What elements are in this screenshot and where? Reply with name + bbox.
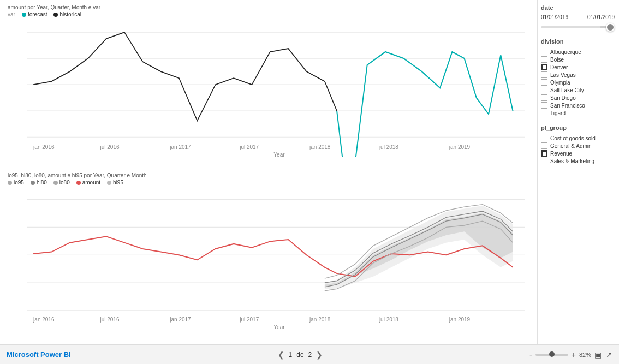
legend-lo95: lo95	[8, 180, 24, 186]
date-range: 01/01/2016 01/01/2019	[541, 14, 615, 20]
lo80-dot	[53, 181, 58, 185]
division-sanfrancisco[interactable]: San Francisco	[541, 102, 615, 109]
bottom-chart-svg: 3 Mi 2 Mi 1 Mi 0 Mi -1 Mi	[27, 187, 537, 329]
salesmarketing-checkbox[interactable]	[541, 158, 547, 164]
plgroup-list: Cost of goods sold General & Admin Reven…	[541, 134, 615, 165]
legend-hi95: hi95	[107, 180, 123, 186]
x-axis-title-bottom: Year	[273, 324, 285, 329]
division-tigard[interactable]: Tigard	[541, 109, 615, 117]
plgroup-cogs[interactable]: Cost of goods sold	[541, 134, 615, 142]
x-jan2017: jan 2017	[169, 144, 191, 150]
top-chart-title: amount por Year, Quarter, Month e var	[5, 4, 537, 10]
date-filter-title: date	[541, 4, 615, 11]
x-jan2018: jan 2018	[309, 144, 331, 150]
revenue-checkbox[interactable]	[541, 150, 547, 157]
hi95-dot	[107, 181, 111, 185]
legend-hi80: hi80	[31, 180, 47, 186]
top-chart-svg: 2,0 Mi 1,5 Mi 1,0 Mi 0,5 Mi jan 2016 jul…	[27, 19, 537, 157]
x-jul2016: jul 2016	[99, 144, 119, 150]
date-slider-track[interactable]	[541, 26, 615, 28]
x-jul2017-b: jul 2017	[239, 317, 259, 323]
legend-forecast: forecast	[22, 11, 47, 17]
division-saltlakecity[interactable]: Salt Lake City	[541, 86, 615, 94]
x-jan2017-b: jan 2017	[169, 317, 191, 323]
gna-checkbox[interactable]	[541, 142, 547, 149]
division-boise[interactable]: Boise	[541, 56, 615, 63]
division-olympia[interactable]: Olympia	[541, 79, 615, 86]
x-jan2016-b: jan 2016	[33, 317, 55, 323]
historical-line	[33, 32, 337, 121]
x-jul2018-b: jul 2018	[379, 317, 398, 323]
zoom-slider[interactable]	[535, 354, 568, 356]
legend-var: var	[8, 11, 15, 17]
sanfrancisco-checkbox[interactable]	[541, 102, 547, 109]
lo95-dot	[8, 181, 12, 185]
cogs-checkbox[interactable]	[541, 135, 547, 141]
legend-historical: historical	[53, 11, 81, 17]
boise-checkbox[interactable]	[541, 56, 547, 63]
top-chart-container: 2,0 Mi 1,5 Mi 1,0 Mi 0,5 Mi jan 2016 jul…	[5, 19, 537, 170]
zoom-value: 82%	[579, 351, 591, 358]
division-albuquerque[interactable]: Albuquerque	[541, 48, 615, 56]
division-list: Albuquerque Boise Denver Las Vegas Olymp…	[541, 48, 615, 117]
fit-page-icon[interactable]: ▣	[594, 350, 602, 359]
right-panel: date 01/01/2016 01/01/2019 division Albu…	[537, 0, 619, 344]
hi80-dot	[31, 181, 35, 185]
division-filter-title: division	[541, 38, 615, 45]
cogs-label: Cost of goods sold	[550, 135, 596, 141]
plgroup-revenue[interactable]: Revenue	[541, 150, 615, 157]
x-jan2019-b: jan 2019	[449, 317, 471, 323]
plgroup-filter-title: pl_group	[541, 124, 615, 131]
tigard-checkbox[interactable]	[541, 110, 547, 116]
forecast-line	[337, 52, 513, 157]
x-jan2016: jan 2016	[33, 144, 55, 150]
top-chart-section: amount por Year, Quarter, Month e var va…	[5, 4, 537, 172]
forecast-dot	[22, 13, 26, 17]
x-jul2017: jul 2017	[239, 144, 259, 150]
zoom-plus-button[interactable]: +	[572, 350, 576, 359]
page-total: 2	[308, 351, 312, 359]
division-denver[interactable]: Denver	[541, 63, 615, 71]
x-jan2019: jan 2019	[449, 144, 471, 150]
x-jan2018-b: jan 2018	[309, 317, 331, 323]
bottom-chart-title: lo95, hi80, lo80, amount e hi95 por Year…	[5, 172, 537, 178]
bottom-chart-legend: lo95 hi80 lo80 amount hi95	[5, 180, 537, 186]
bottom-chart-section: lo95, hi80, lo80, amount e hi95 por Year…	[5, 172, 537, 344]
plgroup-salesmarketing[interactable]: Sales & Marketing	[541, 157, 615, 165]
date-slider-thumb[interactable]	[606, 23, 615, 32]
x-axis-title-top: Year	[273, 152, 285, 157]
page-current: 1	[289, 351, 293, 359]
plgroup-filter-section: pl_group Cost of goods sold General & Ad…	[541, 124, 615, 165]
fullscreen-icon[interactable]: ↗	[606, 350, 612, 359]
zoom-slider-thumb[interactable]	[549, 351, 555, 357]
powerbi-brand-link[interactable]: Microsoft Power BI	[7, 350, 71, 359]
olympia-checkbox[interactable]	[541, 79, 547, 86]
date-filter-section: date 01/01/2016 01/01/2019	[541, 4, 615, 31]
salt-lake-city-label: Salt Lake City	[550, 87, 584, 93]
legend-lo80: lo80	[53, 180, 70, 186]
pagination: ❮ 1 de 2 ❯	[278, 350, 323, 359]
division-lasvegas[interactable]: Las Vegas	[541, 71, 615, 79]
division-sandiego[interactable]: San Diego	[541, 94, 615, 102]
saltlakecity-checkbox[interactable]	[541, 87, 547, 93]
zoom-controls: - + 82% ▣ ↗	[529, 350, 612, 359]
next-page-button[interactable]: ❯	[316, 350, 323, 359]
zoom-minus-button[interactable]: -	[529, 350, 532, 359]
historical-dot	[53, 13, 58, 17]
denver-checkbox[interactable]	[541, 64, 547, 70]
lasvegas-checkbox[interactable]	[541, 71, 547, 78]
end-date: 01/01/2019	[587, 14, 615, 20]
legend-amount: amount	[76, 180, 100, 186]
x-jul2018: jul 2018	[379, 144, 398, 150]
sandiego-checkbox[interactable]	[541, 94, 547, 101]
top-chart-legend: var forecast historical	[5, 11, 537, 17]
plgroup-gna[interactable]: General & Admin	[541, 142, 615, 150]
amount-dot	[76, 181, 81, 185]
page-separator: de	[296, 351, 303, 359]
albuquerque-checkbox[interactable]	[541, 49, 547, 55]
bottom-bar: Microsoft Power BI ❮ 1 de 2 ❯ - + 82% ▣ …	[0, 344, 619, 364]
start-date: 01/01/2016	[541, 14, 568, 20]
x-jul2016-b: jul 2016	[99, 317, 119, 323]
division-filter-section: division Albuquerque Boise Denver Las Ve…	[541, 38, 615, 117]
prev-page-button[interactable]: ❮	[278, 350, 284, 359]
